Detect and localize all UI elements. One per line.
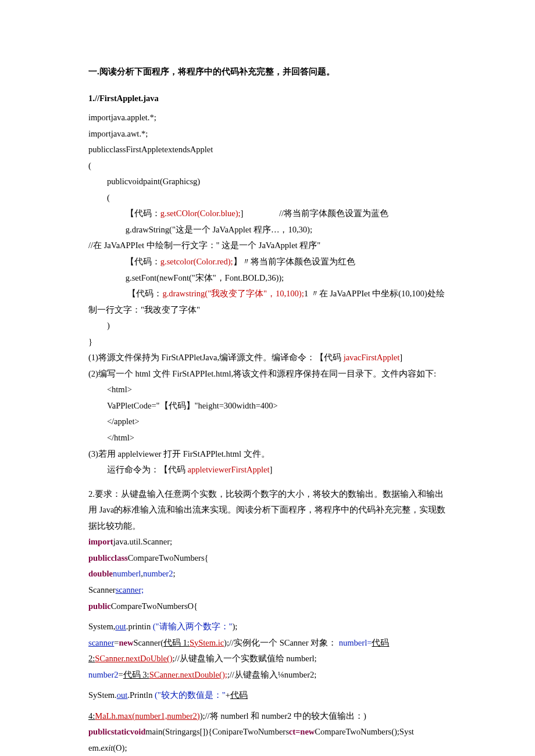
q1-title: 1.//FirstApplet.java xyxy=(88,91,447,107)
code-line: ( xyxy=(88,158,447,174)
q1-step3-cmd: 运行命令为：【代码 appletviewerFirstApplet] xyxy=(88,462,447,478)
keyword: import xyxy=(88,537,113,546)
answer-slot: 代码 1: xyxy=(163,638,190,647)
text: 【代码： xyxy=(126,257,160,266)
field: number2 xyxy=(143,569,173,578)
text: .printin xyxy=(126,622,151,631)
text: 】〃将当前字体颜色设置为红色 xyxy=(233,257,355,266)
answer-code: SCanner.nextDoUble() xyxy=(95,654,172,663)
answer-code: javacFirstApplet xyxy=(344,353,400,362)
text: exit xyxy=(101,743,113,753)
code-line: importjava.applet.*; xyxy=(88,110,447,126)
code-line: doublenumberl,number2; xyxy=(88,566,447,582)
text: ;//从键盘输入⅛number2; xyxy=(227,670,317,679)
text: 【代码： xyxy=(126,209,160,218)
text: CompareTwoNumbersO{ xyxy=(111,601,198,611)
code-line: g.setFont(newFont("宋体"，Font.BOLD,36)); xyxy=(88,270,447,286)
section-title: 一.阅读分析下面程序，将程序中的代码补充完整，并回答问题。 xyxy=(88,64,447,80)
text: 【代码： xyxy=(127,289,162,298)
answer-code: g.setcolor(Color.red); xyxy=(160,257,233,266)
q1-step2: (2)编写一个 html 文件 FirStAPPIet.html,将该文件和源程… xyxy=(88,366,447,382)
answer-slot: 代码 3: xyxy=(123,670,149,679)
code-line: 【代码：g.setCOlor(Color.blue);] //将当前字体颜色设置… xyxy=(88,206,447,222)
code-line: number2=代码 3:SCanner.nextDouble();;//从键盘… xyxy=(88,667,447,683)
text: ] xyxy=(269,465,272,474)
code-line: 【代码：g.drawstring("我改变了字体"，10,100);1 〃在 J… xyxy=(88,286,447,318)
code-line: VaPPletCode="【代码】"height=300width=400> xyxy=(88,398,447,414)
answer-code: SCanner.nextDouble(); xyxy=(149,670,227,679)
field: number2 xyxy=(88,670,119,679)
code-line: 【代码：g.setcolor(Color.red);】〃将当前字体颜色设置为红色 xyxy=(88,254,447,270)
code-line: scanner=newScanner(代码 1:SyStem.ic);//实例化… xyxy=(88,635,447,651)
code-line: g.drawString("这是一个 JaVaApplet 程序…，10,30)… xyxy=(88,222,447,238)
keyword: new xyxy=(119,638,133,647)
q1-step3: (3)若用 applelviewer 打开 FirStAPPlet.html 文… xyxy=(88,446,447,463)
field: scanner xyxy=(88,638,114,647)
q1-step1: (1)将源文件保持为 FirStAPPletJava,编译源文件。编译命令：【代… xyxy=(88,350,447,366)
text: ] xyxy=(241,209,244,218)
answer-code: g.setCOlor(Color.blue); xyxy=(160,209,241,218)
code-line: 4:MaLh.max(number1,number2));//将 numberl… xyxy=(88,708,447,725)
document-page: 一.阅读分析下面程序，将程序中的代码补充完整，并回答问题。 1.//FirstA… xyxy=(0,0,535,756)
answer-code: MaLh.max(number1,number2) xyxy=(95,711,199,721)
text: .Println xyxy=(127,690,152,700)
answer-slot: 2: xyxy=(88,654,95,663)
text: Scanner xyxy=(88,585,116,594)
code-comment: //在 JaVaAPPIet 中绘制一行文字：" 这是一个 JaVaApplet… xyxy=(88,238,447,254)
code-line: importjava.util.Scanner; xyxy=(88,534,447,550)
code-line: ) xyxy=(88,318,447,334)
answer-slot: 代码 xyxy=(230,690,248,700)
text: (1)将源文件保持为 FirStAPPletJava,编译源文件。编译命令：【代… xyxy=(88,353,344,362)
text: em. xyxy=(88,743,101,753)
code-line: <html> xyxy=(88,382,447,398)
string: ("较大的数值是：" xyxy=(155,690,226,700)
text: = xyxy=(119,670,123,679)
code-line: em.exit(O); xyxy=(88,740,447,756)
text: System, xyxy=(88,622,115,631)
code-line: </html> xyxy=(88,430,447,446)
code-line: </applet> xyxy=(88,414,447,430)
text: ] xyxy=(400,353,402,362)
text: 运行命令为：【代码 xyxy=(107,465,188,474)
text: + xyxy=(226,690,230,700)
code-line: 2:SCanner.nextDoUble();//从键盘输入一个实数赋值给 nu… xyxy=(88,651,447,667)
code-line: publicCompareTwoNumbersO{ xyxy=(88,599,447,615)
keyword: double xyxy=(88,569,113,578)
answer-code: appletviewerFirstApplet xyxy=(188,465,270,474)
text: CompareTwoNumbers();Syst xyxy=(315,727,414,736)
code-line: publicclassCompareTwoNumbers{ xyxy=(88,550,447,567)
text: );//将 numberl 和 number2 中的较大值输出：) xyxy=(200,711,366,721)
answer-slot: 4: xyxy=(88,711,95,721)
answer-code: SyStem.ic xyxy=(190,638,224,647)
code-line: ( xyxy=(88,190,447,206)
keyword: public xyxy=(88,601,111,611)
field: out xyxy=(117,690,128,700)
text: ); xyxy=(232,622,237,631)
q2-intro: 2.要求：从键盘输入任意两个实数，比较两个数字的大小，将较大的数输出。数据输入和… xyxy=(88,486,447,535)
field: out xyxy=(115,622,126,631)
keyword: publicstaticvoid xyxy=(88,727,145,736)
field: numberl xyxy=(113,569,141,578)
comment: //将当前字体颜色设置为蓝色 xyxy=(279,209,388,218)
text: Scanner( xyxy=(133,638,163,647)
text: main(Stringargs[]){ConipareTwoNumbers xyxy=(145,727,289,736)
code-line: Scannerscanner; xyxy=(88,582,447,599)
text: ;//从键盘输入一个实数赋值给 numberl; xyxy=(173,654,317,663)
text: SyStem. xyxy=(88,690,117,700)
text: );//实例化一个 SCanner 对象： xyxy=(224,638,337,647)
text: CompareTwoNumbers{ xyxy=(128,553,209,562)
code-line: } xyxy=(88,334,447,350)
answer-slot: 代码 xyxy=(372,638,389,647)
field: scanner; xyxy=(116,585,144,594)
code-line: System,out.printin ("请输入两个数字："); xyxy=(88,619,447,635)
code-line: importjava.awt.*; xyxy=(88,126,447,142)
code-line: publicclassFirstAppletextendsApplet xyxy=(88,142,447,158)
code-line: publicvoidpaint(Graphicsg) xyxy=(88,174,447,190)
answer-code: g.drawstring("我改变了字体"，10,100); xyxy=(162,289,304,298)
keyword: ct=new xyxy=(289,727,315,736)
text: ; xyxy=(173,569,175,578)
text: (O); xyxy=(113,743,127,753)
code-line: publicstaticvoidmain(Stringargs[]){Conip… xyxy=(88,724,447,740)
field: numberl= xyxy=(339,638,372,647)
string: ("请输入两个数字：" xyxy=(153,622,233,631)
